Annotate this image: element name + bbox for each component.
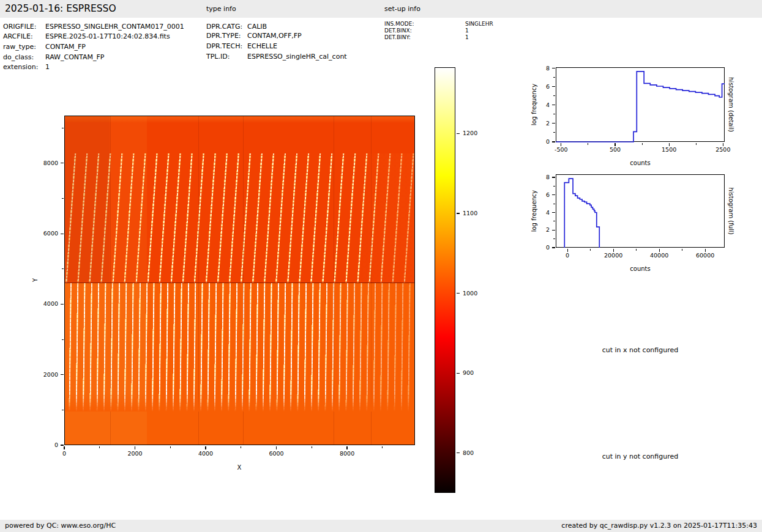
y-minor-tick xyxy=(62,198,64,199)
x-tick-mark xyxy=(705,249,706,252)
y-minor-tick xyxy=(62,339,64,340)
y-tick-label: 6 xyxy=(526,191,550,199)
colorbar-tick-label: 800 xyxy=(463,449,474,457)
colorbar-tick-label: 900 xyxy=(463,369,474,377)
histogram-step-line xyxy=(556,67,725,142)
file-row-value: ESPRESSO_SINGLEHR_CONTAM017_0001 xyxy=(45,23,184,31)
y-tick-mark xyxy=(552,68,555,68)
type-row-value: CALIB xyxy=(247,23,267,31)
y-minor-tick xyxy=(553,95,555,96)
y-tick-mark xyxy=(552,212,555,213)
x-minor-tick xyxy=(642,143,643,145)
y-tick-label: 8000 xyxy=(35,160,58,167)
y-tick-mark xyxy=(61,445,64,445)
y-tick-mark xyxy=(552,105,555,105)
upper-right-fade xyxy=(65,153,414,283)
y-tick-mark xyxy=(61,304,64,305)
lower-bottom-fade xyxy=(65,283,414,412)
footer-right-text: created by qc_rawdisp.py v1.2.3 on 2025-… xyxy=(561,520,757,532)
file-row-label: do_class: xyxy=(3,53,34,61)
y-tick-mark xyxy=(552,177,555,177)
file-row-value: RAW_CONTAM_FP xyxy=(45,53,104,61)
hist-full-x-label: counts xyxy=(630,265,650,272)
x-tick-label: 2000 xyxy=(117,450,154,457)
setup-row-label: DET.BINX: xyxy=(384,28,412,34)
y-tick-mark xyxy=(552,141,555,142)
page-title: 2025-01-16: ESPRESSO xyxy=(5,0,116,18)
x-tick-mark xyxy=(64,446,64,449)
y-tick-label: 2 xyxy=(526,120,550,127)
setup-info-heading: set-up info xyxy=(384,0,420,18)
y-tick-label: 4000 xyxy=(35,300,58,308)
y-minor-tick xyxy=(553,114,555,114)
y-minor-tick xyxy=(553,204,555,204)
type-row-label: DPR.TYPE: xyxy=(206,32,241,40)
file-row-label: extension: xyxy=(3,63,38,71)
x-tick-label: 60000 xyxy=(687,252,723,259)
histogram-step-line xyxy=(556,174,725,248)
cut-y-message: cut in y not configured xyxy=(561,453,720,460)
hist-detail-right-label: histogram (detail) xyxy=(728,77,734,132)
footer-left-text: powered by QC: www.eso.org/HC xyxy=(5,520,116,532)
colorbar-tick-label: 1000 xyxy=(463,290,477,297)
x-tick-label: 0 xyxy=(46,450,83,457)
hist-full-right-label: histogram (full) xyxy=(728,187,734,234)
qc-report-page: 2025-01-16: ESPRESSO type info set-up in… xyxy=(0,0,762,532)
x-tick-label: 20000 xyxy=(595,252,632,259)
x-tick-mark xyxy=(346,446,347,449)
file-row-label: ORIGFILE: xyxy=(3,23,36,31)
y-tick-label: 8 xyxy=(526,174,550,181)
x-minor-tick xyxy=(636,249,637,251)
x-minor-tick xyxy=(682,249,682,251)
y-tick-mark xyxy=(552,230,555,231)
file-row-value: ESPRE.2025-01-17T10:24:02.834.fits xyxy=(45,32,170,40)
y-tick-mark xyxy=(61,163,64,163)
x-tick-mark xyxy=(614,143,615,146)
x-tick-label: 6000 xyxy=(258,450,295,457)
y-tick-label: 4 xyxy=(526,102,550,109)
y-tick-label: 8 xyxy=(526,65,550,72)
file-row-value: CONTAM_FP xyxy=(45,43,86,51)
x-minor-tick xyxy=(312,446,312,448)
colorbar-tick-mark xyxy=(457,453,460,453)
y-tick-label: 4 xyxy=(526,209,550,216)
x-tick-mark xyxy=(723,143,723,146)
hist-detail-x-label: counts xyxy=(630,160,650,166)
x-tick-label: 8000 xyxy=(329,450,365,457)
colorbar-tick-label: 1100 xyxy=(463,210,477,217)
y-tick-mark xyxy=(61,234,64,234)
x-minor-tick xyxy=(241,446,241,448)
type-row-label: TPL.ID: xyxy=(206,53,230,61)
y-minor-tick xyxy=(553,221,555,221)
y-minor-tick xyxy=(553,132,555,133)
file-row-label: raw_type: xyxy=(3,43,36,51)
y-tick-label: 2000 xyxy=(35,371,58,379)
y-tick-mark xyxy=(552,194,555,195)
y-minor-tick xyxy=(62,268,64,269)
file-row-label: ARCFILE: xyxy=(3,32,33,40)
type-row-value: ESPRESSO_singleHR_cal_cont xyxy=(247,53,347,61)
y-tick-mark xyxy=(552,86,555,87)
x-tick-mark xyxy=(669,143,670,146)
x-minor-tick xyxy=(99,446,100,448)
x-tick-label: 40000 xyxy=(641,252,678,259)
x-tick-label: 4000 xyxy=(187,450,224,457)
y-tick-mark xyxy=(552,247,555,248)
x-minor-tick xyxy=(588,143,588,145)
colorbar-tick-mark xyxy=(457,373,460,374)
x-minor-tick xyxy=(382,446,383,448)
y-minor-tick xyxy=(62,410,64,410)
x-tick-mark xyxy=(276,446,277,449)
type-row-value: CONTAM,OFF,FP xyxy=(247,32,302,40)
y-tick-label: 2 xyxy=(526,226,550,234)
x-tick-mark xyxy=(613,249,614,252)
colorbar-tick-mark xyxy=(457,293,460,294)
y-tick-mark xyxy=(61,374,64,375)
setup-row-value: 1 xyxy=(465,34,469,40)
setup-row-label: DET.BINY: xyxy=(384,34,411,40)
type-row-label: DPR.CATG: xyxy=(206,23,242,31)
y-tick-label: 6 xyxy=(526,83,550,91)
file-row-value: 1 xyxy=(45,63,50,71)
x-tick-mark xyxy=(567,249,568,252)
x-tick-mark xyxy=(135,446,135,449)
